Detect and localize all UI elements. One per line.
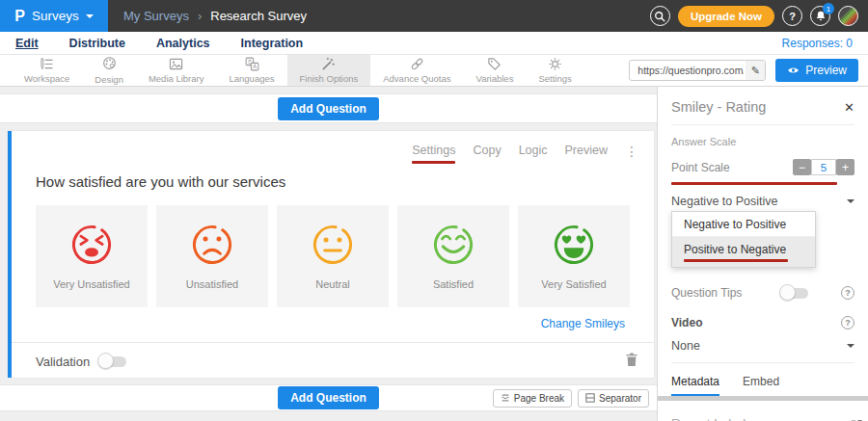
page-break-button[interactable]: Page Break: [493, 389, 572, 408]
breadcrumb-my-surveys[interactable]: My Surveys: [123, 9, 189, 23]
video-label: Video: [671, 316, 702, 329]
tool-finish-options[interactable]: Finish Options: [287, 55, 371, 86]
answer-scale-label: Answer Scale: [671, 136, 854, 147]
magic-wand-icon: [321, 57, 336, 71]
help-button[interactable]: ?: [782, 6, 802, 26]
panel-scroll-divider: [658, 396, 868, 401]
chevron-down-icon: [86, 14, 94, 18]
question-tips-help-icon[interactable]: ?: [841, 286, 854, 300]
surveys-app-menu[interactable]: P Surveys: [0, 0, 108, 32]
tab-integration[interactable]: Integration: [241, 37, 304, 50]
search-icon: [654, 11, 665, 22]
video-help-icon[interactable]: ?: [841, 316, 854, 329]
translate-icon: A: [245, 57, 259, 71]
workspace-icon: [40, 57, 54, 71]
tab-analytics[interactable]: Analytics: [156, 37, 210, 50]
point-scale-stepper: − 5 +: [793, 159, 854, 175]
breadcrumb-separator-icon: ›: [198, 9, 202, 23]
question-tips-toggle[interactable]: [781, 288, 808, 299]
help-icon: ?: [789, 11, 796, 22]
question-settings-panel: Smiley - Rating ✕ Answer Scale Point Sca…: [657, 87, 868, 421]
question-tab-settings[interactable]: Settings: [412, 144, 455, 157]
smiley-very-unsatisfied[interactable]: Very Unsatisfied: [36, 205, 148, 307]
chevron-down-icon: [847, 199, 854, 203]
smiley-very-satisfied[interactable]: Very Satisfied: [518, 205, 630, 307]
smiley-unsatisfied[interactable]: Unsatisfied: [156, 205, 268, 307]
delete-question-button[interactable]: [625, 352, 638, 371]
notifications-button[interactable]: 1: [810, 6, 830, 26]
smiley-neutral[interactable]: Neutral: [277, 205, 389, 307]
search-button[interactable]: [650, 6, 670, 26]
validation-toggle[interactable]: [99, 356, 126, 367]
upgrade-now-button[interactable]: Upgrade Now: [678, 6, 774, 27]
tool-variables[interactable]: Variables: [464, 55, 527, 86]
insert-controls: Page Break Separator: [493, 389, 649, 408]
option-annotation-underline: [684, 259, 788, 262]
point-scale-label: Point Scale: [671, 161, 730, 174]
decrease-scale-button[interactable]: −: [793, 159, 811, 175]
validation-label: Validation: [36, 355, 90, 369]
question-tab-copy[interactable]: Copy: [473, 144, 501, 157]
question-tab-preview[interactable]: Preview: [565, 144, 608, 157]
editor-toolbar: Workspace Design Media Library A Languag…: [0, 55, 868, 87]
question-tips-row: Question Tips ?: [671, 286, 854, 300]
panel-tabs: Metadata Embed: [671, 375, 854, 396]
page-break-icon: [501, 393, 510, 403]
question-card: Settings Copy Logic Preview ⋮ How satisf…: [8, 131, 654, 378]
tab-embed[interactable]: Embed: [743, 375, 779, 396]
breadcrumb: My Surveys › Research Survey: [123, 9, 307, 23]
edit-url-icon[interactable]: ✎: [746, 61, 765, 80]
add-question-bar-top: Add Question: [0, 93, 657, 123]
question-tab-logic[interactable]: Logic: [519, 144, 548, 157]
preview-button[interactable]: Preview: [775, 59, 858, 82]
image-icon: [169, 57, 183, 71]
breadcrumb-current-survey: Research Survey: [210, 9, 307, 23]
option-negative-to-positive[interactable]: Negative to Positive: [672, 212, 815, 237]
scale-direction-dropdown: Negative to Positive Positive to Negativ…: [671, 211, 816, 268]
separator-button[interactable]: Separator: [578, 389, 649, 408]
tool-languages[interactable]: A Languages: [216, 55, 286, 86]
survey-url-field: ✎: [629, 60, 766, 81]
close-panel-icon[interactable]: ✕: [844, 100, 854, 115]
notification-badge: 1: [823, 3, 834, 14]
question-tabs: Settings Copy Logic Preview ⋮: [12, 131, 654, 164]
survey-url-input[interactable]: [630, 65, 746, 76]
subnav-links: Edit Distribute Analytics Integration: [15, 37, 303, 50]
settings-annotation-underline: [412, 161, 455, 164]
avatar[interactable]: [838, 6, 858, 26]
question-title[interactable]: How satisfied are you with our services: [36, 173, 654, 190]
question-more-menu-icon[interactable]: ⋮: [625, 145, 638, 158]
unsatisfied-smiley-icon: [187, 220, 237, 270]
point-scale-value[interactable]: 5: [811, 159, 836, 175]
increase-scale-button[interactable]: +: [836, 159, 854, 175]
tool-settings[interactable]: Settings: [526, 55, 583, 86]
chain-link-icon: [410, 57, 424, 71]
option-positive-to-negative[interactable]: Positive to Negative: [672, 237, 815, 267]
add-question-button-top[interactable]: Add Question: [278, 97, 379, 120]
validation-row: Validation: [12, 342, 654, 380]
change-smileys-link[interactable]: Change Smileys: [12, 317, 625, 330]
video-select[interactable]: None: [671, 339, 854, 353]
toolbar-right: ✎ Preview: [629, 55, 868, 86]
tool-design[interactable]: Design: [82, 55, 136, 86]
add-question-button-bottom[interactable]: Add Question: [278, 386, 379, 409]
survey-subnav: Edit Distribute Analytics Integration Re…: [0, 32, 868, 55]
smiley-options: Very Unsatisfied Unsatisfied: [36, 205, 630, 307]
trash-icon: [625, 352, 638, 367]
tag-icon: [487, 57, 502, 71]
tab-metadata[interactable]: Metadata: [671, 375, 719, 396]
separator-icon: [585, 393, 595, 403]
tab-edit[interactable]: Edit: [15, 37, 39, 50]
question-tips-label: Question Tips: [671, 286, 742, 300]
smiley-satisfied[interactable]: Satisfied: [397, 205, 509, 307]
report-label-row: [671, 414, 854, 421]
tab-distribute[interactable]: Distribute: [69, 37, 125, 50]
report-label-input[interactable]: [671, 414, 842, 421]
very-unsatisfied-smiley-icon: [67, 220, 117, 270]
tool-advance-quotas[interactable]: Advance Quotas: [370, 55, 463, 86]
tool-media-library[interactable]: Media Library: [136, 55, 217, 86]
responses-count[interactable]: Responses: 0: [782, 37, 853, 50]
questionpro-logo: P: [14, 9, 25, 24]
tool-workspace[interactable]: Workspace: [12, 55, 82, 86]
scale-direction-select[interactable]: Negative to Positive: [671, 195, 854, 208]
